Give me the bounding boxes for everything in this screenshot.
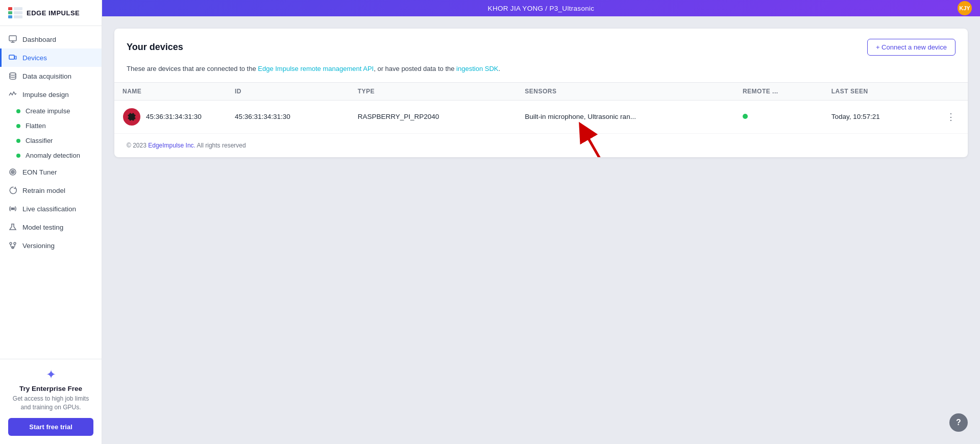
desc-suffix: . [498, 65, 500, 72]
enterprise-promo: ✦ Try Enterprise Free Get access to high… [0, 359, 102, 444]
versioning-label: Versioning [22, 242, 55, 250]
brand-logo[interactable]: EDGE IMPULSE [0, 0, 102, 26]
logo-icon [8, 7, 22, 18]
retrain-icon [8, 186, 17, 195]
svg-point-10 [10, 169, 16, 175]
col-name: NAME [114, 83, 227, 101]
svg-rect-4 [14, 11, 22, 14]
svg-point-25 [128, 119, 130, 120]
device-more-button[interactable]: ⋮ [942, 109, 960, 125]
sidebar-navigation: Dashboard Devices Data acquisition [0, 26, 102, 359]
sidebar-item-anomaly-detection[interactable]: Anomaly detection [0, 148, 102, 163]
content-area: Your devices + Connect a new device Thes… [102, 16, 980, 444]
devices-header: Your devices + Connect a new device [114, 29, 968, 64]
svg-rect-3 [14, 7, 22, 10]
svg-point-21 [127, 116, 129, 118]
sidebar-item-impulse-design[interactable]: Impulse design [0, 85, 102, 104]
sidebar-item-create-impulse[interactable]: Create impulse [0, 104, 102, 118]
rights-text: All rights reserved [195, 142, 246, 149]
svg-rect-7 [9, 55, 14, 59]
devices-card: Your devices + Connect a new device Thes… [114, 29, 968, 157]
remote-api-link[interactable]: Edge Impulse remote management API [258, 65, 374, 72]
data-acquisition-label: Data acquisition [22, 72, 71, 80]
device-last-seen: Today, 10:57:21 [823, 100, 934, 133]
table-row: 45:36:31:34:31:30 45:36:31:34:31:30 RASP… [114, 100, 968, 133]
devices-description: These are devices that are connected to … [114, 64, 968, 83]
svg-point-13 [12, 208, 14, 210]
col-type: TYPE [350, 83, 517, 101]
flatten-label: Flatten [26, 122, 46, 130]
svg-point-20 [131, 120, 133, 122]
copyright: © 2023 [127, 142, 148, 149]
sidebar-item-retrain-model[interactable]: Retrain model [0, 181, 102, 200]
svg-point-9 [10, 73, 16, 76]
device-sensors: Built-in microphone, Ultrasonic ran... [517, 100, 734, 133]
table-body: 45:36:31:34:31:30 45:36:31:34:31:30 RASP… [114, 100, 968, 133]
devices-table: NAME ID TYPE SENSORS REMOTE ... LAST SEE… [114, 83, 968, 134]
sidebar-item-eon-tuner[interactable]: EON Tuner [0, 163, 102, 181]
dot-icon [16, 124, 20, 128]
sidebar-item-classifier[interactable]: Classifier [0, 133, 102, 148]
user-avatar[interactable]: KJY [958, 1, 972, 15]
col-remote: REMOTE ... [734, 83, 823, 101]
desc-prefix: These are devices that are connected to … [127, 65, 258, 72]
col-id: ID [227, 83, 350, 101]
devices-icon [8, 53, 17, 62]
device-name: 45:36:31:34:31:30 [146, 113, 202, 120]
svg-point-19 [131, 112, 133, 114]
sidebar-item-model-testing[interactable]: Model testing [0, 218, 102, 236]
live-classification-label: Live classification [22, 205, 76, 213]
version-icon [8, 241, 17, 250]
svg-point-26 [134, 119, 136, 120]
classifier-label: Classifier [26, 137, 53, 144]
svg-rect-2 [8, 15, 12, 18]
impulse-icon [8, 90, 17, 99]
model-testing-label: Model testing [22, 224, 63, 231]
enterprise-description: Get access to high job limits and traini… [8, 394, 93, 412]
svg-rect-0 [8, 7, 12, 10]
company-link[interactable]: EdgeImpulse Inc. [148, 142, 195, 149]
raspberry-pi-icon [122, 108, 141, 126]
table-header: NAME ID TYPE SENSORS REMOTE ... LAST SEE… [114, 83, 968, 101]
start-free-trial-button[interactable]: Start free trial [8, 418, 93, 436]
eon-tuner-label: EON Tuner [22, 168, 57, 176]
impulse-design-label: Impulse design [22, 91, 69, 98]
sidebar: EDGE IMPULSE Dashboard Devices [0, 0, 102, 444]
eon-icon [8, 167, 17, 177]
page-title: Your devices [127, 42, 183, 53]
devices-label: Devices [22, 54, 47, 62]
svg-point-12 [12, 171, 13, 172]
sidebar-item-flatten[interactable]: Flatten [0, 118, 102, 133]
svg-point-24 [134, 113, 136, 114]
data-icon [8, 71, 17, 81]
create-impulse-label: Create impulse [26, 107, 70, 115]
device-type: RASPBERRY_PI_RP2040 [350, 100, 517, 133]
enterprise-star-icon: ✦ [8, 367, 93, 382]
page-footer: © 2023 EdgeImpulse Inc. All rights reser… [114, 134, 968, 157]
svg-point-11 [11, 170, 14, 174]
svg-point-15 [14, 242, 16, 244]
svg-rect-8 [15, 56, 16, 59]
topbar: KHOR JIA YONG / P3_Ultrasonic KJY [102, 0, 980, 16]
main-content: KHOR JIA YONG / P3_Ultrasonic KJY Your d… [102, 0, 980, 444]
svg-point-22 [135, 116, 137, 118]
enterprise-title: Try Enterprise Free [8, 385, 93, 392]
sidebar-item-versioning[interactable]: Versioning [0, 236, 102, 255]
online-status-dot [743, 114, 748, 119]
sidebar-item-devices[interactable]: Devices [0, 48, 102, 67]
col-sensors: SENSORS [517, 83, 734, 101]
help-button[interactable]: ? [949, 413, 968, 432]
ingestion-sdk-link[interactable]: ingestion SDK [456, 65, 498, 72]
connect-new-device-button[interactable]: + Connect a new device [867, 39, 955, 56]
svg-rect-6 [9, 36, 16, 41]
svg-rect-5 [14, 15, 22, 18]
svg-point-23 [128, 113, 130, 114]
dot-icon [16, 109, 20, 113]
sidebar-item-data-acquisition[interactable]: Data acquisition [0, 67, 102, 85]
sidebar-item-dashboard[interactable]: Dashboard [0, 30, 102, 48]
svg-rect-1 [8, 11, 12, 14]
col-last-seen: LAST SEEN [823, 83, 934, 101]
desc-middle: , or have posted data to the [374, 65, 456, 72]
anomaly-detection-label: Anomaly detection [26, 152, 80, 159]
sidebar-item-live-classification[interactable]: Live classification [0, 200, 102, 218]
